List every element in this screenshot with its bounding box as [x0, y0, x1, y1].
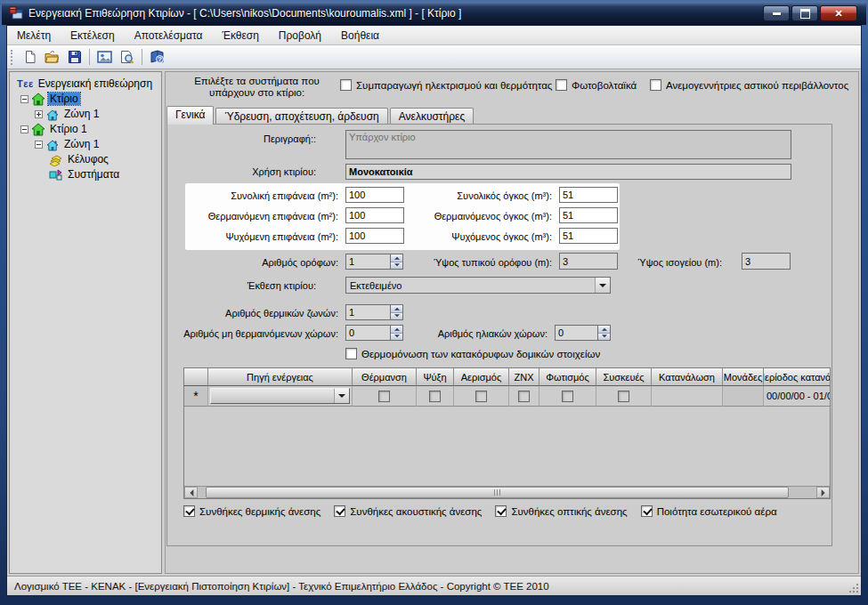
- resize-grip-icon[interactable]: [848, 582, 858, 593]
- spin-up-icon[interactable]: [391, 305, 402, 313]
- menu-apotelesmata[interactable]: Αποτελέσματα: [125, 27, 213, 44]
- col-ventilation[interactable]: Αερισμός: [454, 368, 509, 386]
- spin-down-icon[interactable]: [391, 313, 402, 320]
- tree-item-zoni1-a[interactable]: Ζώνη 1: [10, 107, 161, 121]
- checkbox-box[interactable]: [641, 505, 653, 517]
- print-preview-button[interactable]: [116, 47, 138, 68]
- cooling-checkbox[interactable]: [429, 391, 441, 402]
- checkbox-visual-comfort[interactable]: Συνθήκες οπτικής άνεσης: [495, 505, 627, 517]
- checkbox-wind-turbines[interactable]: Ανεμογεννήτριες αστικού περιβάλλοντος: [650, 79, 848, 91]
- tab-anelkystires[interactable]: Ανελκυστήρες: [390, 108, 474, 125]
- col-lighting[interactable]: Φωτισμός: [539, 368, 596, 386]
- ground-floor-height-input[interactable]: [742, 253, 791, 270]
- checkbox-acoustic-comfort[interactable]: Συνθήκες ακουστικής άνεσης: [334, 505, 482, 517]
- heated-volume-input[interactable]: [559, 207, 618, 223]
- tab-ydreusi[interactable]: Ύδρευση, αποχέτευση, άρδευση: [215, 108, 387, 125]
- floors-stepper[interactable]: [345, 254, 403, 270]
- tree-item-ktirio[interactable]: Κτίριο: [10, 92, 161, 106]
- blue-house-icon: [45, 108, 60, 121]
- tree-item-zoni1-b[interactable]: Ζώνη 1: [10, 137, 161, 151]
- col-appliances[interactable]: Συσκευές: [596, 368, 652, 386]
- checkbox-indoor-air-quality[interactable]: Ποιότητα εσωτερικού αέρα: [641, 505, 777, 517]
- thermal-zones-stepper[interactable]: [345, 304, 403, 320]
- checkbox-box[interactable]: [183, 505, 195, 517]
- col-dhw[interactable]: ΖΝΧ: [509, 368, 539, 386]
- description-textarea[interactable]: Υπάρχον κτίριο: [345, 130, 791, 159]
- thermal-zones-input[interactable]: [345, 304, 390, 320]
- dhw-checkbox[interactable]: [518, 391, 530, 402]
- col-heating[interactable]: Θέρμανση: [353, 368, 417, 386]
- open-file-button[interactable]: [41, 47, 63, 68]
- heated-area-input[interactable]: [345, 207, 404, 223]
- chevron-down-icon[interactable]: [595, 278, 610, 293]
- ventilation-checkbox[interactable]: [475, 391, 487, 402]
- checkbox-box[interactable]: [334, 505, 345, 517]
- unheated-spaces-input[interactable]: [345, 325, 390, 341]
- col-units[interactable]: Μονάδες: [723, 368, 764, 386]
- heating-checkbox[interactable]: [378, 391, 390, 402]
- col-cooling[interactable]: Ψύξη: [417, 368, 454, 386]
- checkbox-photovoltaics[interactable]: Φωτοβολταϊκά: [556, 79, 637, 91]
- lighting-checkbox[interactable]: [562, 391, 573, 402]
- help-button[interactable]: ?: [146, 47, 168, 68]
- collapse-icon[interactable]: [20, 95, 28, 103]
- energy-source-dropdown[interactable]: [210, 388, 350, 404]
- cooled-area-input[interactable]: [345, 228, 404, 244]
- menu-ekthesi[interactable]: Έκθεση: [212, 27, 268, 44]
- maximize-button[interactable]: [791, 5, 818, 21]
- exposure-dropdown[interactable]: Εκτεθειμένο: [345, 277, 611, 294]
- minimize-button[interactable]: [763, 5, 790, 21]
- tree-item-kelyfos[interactable]: Κέλυφος: [10, 152, 161, 166]
- save-button[interactable]: [63, 47, 85, 68]
- exposure-label: Έκθεση κτιρίου:: [185, 280, 316, 291]
- menu-voithia[interactable]: Βοήθεια: [331, 27, 389, 44]
- col-period[interactable]: Περίοδος κατανάλ: [764, 368, 830, 386]
- menu-meleti[interactable]: Μελέτη: [7, 27, 61, 44]
- spin-down-icon[interactable]: [598, 334, 610, 341]
- period-cell[interactable]: 00/00/00 - 01/01: [764, 386, 830, 407]
- usage-input[interactable]: [345, 164, 791, 180]
- new-document-button[interactable]: [19, 47, 41, 68]
- col-energy-source[interactable]: Πηγή ενέργειας: [208, 368, 353, 386]
- appliances-checkbox[interactable]: [618, 391, 629, 402]
- scroll-left-icon[interactable]: [184, 487, 198, 498]
- cooled-volume-input[interactable]: [559, 228, 618, 244]
- scroll-right-icon[interactable]: [816, 487, 830, 498]
- tree-root[interactable]: Tεε Ενεργειακή επιθεώρηση: [10, 77, 161, 91]
- checkbox-box[interactable]: [345, 348, 357, 359]
- units-cell[interactable]: [723, 386, 764, 407]
- checkbox-box[interactable]: [495, 505, 507, 517]
- expand-icon[interactable]: [35, 110, 43, 118]
- checkbox-label: Συνθήκες οπτικής άνεσης: [511, 506, 627, 517]
- checkbox-box[interactable]: [650, 79, 661, 91]
- checkbox-insulation[interactable]: Θερμομόνωση των κατακόρυφων δομικών στοι…: [345, 348, 600, 359]
- spin-up-icon[interactable]: [598, 326, 610, 334]
- tab-genika[interactable]: Γενικά: [166, 106, 214, 125]
- checkbox-cogeneration[interactable]: Συμπαραγωγή ηλεκτρισμού και θερμότητας: [340, 79, 552, 91]
- close-button[interactable]: [820, 5, 857, 21]
- tree-item-systimata[interactable]: Συστήματα: [10, 167, 161, 182]
- total-area-input[interactable]: [345, 187, 404, 203]
- floors-input[interactable]: [345, 254, 390, 270]
- horizontal-scrollbar[interactable]: [184, 486, 830, 498]
- total-volume-input[interactable]: [559, 187, 618, 203]
- solar-spaces-stepper[interactable]: [555, 325, 611, 341]
- menu-ektelesi[interactable]: Εκτέλεση: [61, 27, 125, 44]
- collapse-icon[interactable]: [35, 141, 43, 149]
- checkbox-box[interactable]: [556, 79, 567, 91]
- chevron-down-icon[interactable]: [334, 389, 349, 403]
- consumption-cell[interactable]: [652, 386, 723, 407]
- scrollbar-thumb[interactable]: [206, 487, 789, 498]
- checkbox-label: Θερμομόνωση των κατακόρυφων δομικών στοι…: [361, 349, 600, 359]
- save-icon: [68, 50, 82, 64]
- col-consumption[interactable]: Κατανάλωση: [652, 368, 723, 386]
- checkbox-box[interactable]: [340, 79, 352, 91]
- collapse-icon[interactable]: [20, 125, 28, 133]
- solar-spaces-input[interactable]: [555, 325, 597, 341]
- menu-provoli[interactable]: Προβολή: [269, 27, 331, 44]
- tree-item-ktirio1[interactable]: Κτίριο 1: [10, 122, 161, 136]
- checkbox-label: Συνθήκες ακουστικής άνεσης: [350, 506, 482, 517]
- toolbar-separator: [89, 49, 90, 65]
- export-image-button[interactable]: [93, 47, 116, 68]
- checkbox-thermal-comfort[interactable]: Συνθήκες θερμικής άνεσης: [183, 505, 320, 517]
